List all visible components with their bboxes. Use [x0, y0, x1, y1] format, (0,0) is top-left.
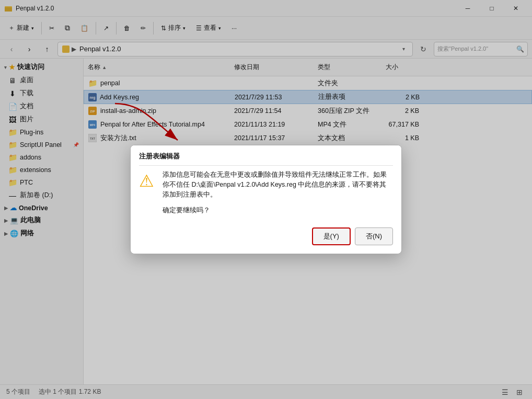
warning-icon: ⚠: [139, 170, 154, 214]
dialog-question: 确定要继续吗？: [163, 206, 393, 215]
registry-dialog: 注册表编辑器 ⚠ 添加信息可能会在无意中更改或删除值并导致组件无法继续正常工作。…: [130, 145, 402, 254]
no-button[interactable]: 否(N): [355, 227, 393, 245]
dialog-overlay: 注册表编辑器 ⚠ 添加信息可能会在无意中更改或删除值并导致组件无法继续正常工作。…: [0, 0, 532, 399]
dialog-title: 注册表编辑器: [131, 145, 401, 165]
dialog-message: 添加信息可能会在无意中更改或删除值并导致组件无法继续正常工作。如果你不信任 D:…: [163, 170, 393, 199]
yes-button[interactable]: 是(Y): [312, 227, 351, 245]
dialog-footer: 是(Y) 否(N): [131, 223, 401, 254]
dialog-body: ⚠ 添加信息可能会在无意中更改或删除值并导致组件无法继续正常工作。如果你不信任 …: [131, 166, 401, 223]
